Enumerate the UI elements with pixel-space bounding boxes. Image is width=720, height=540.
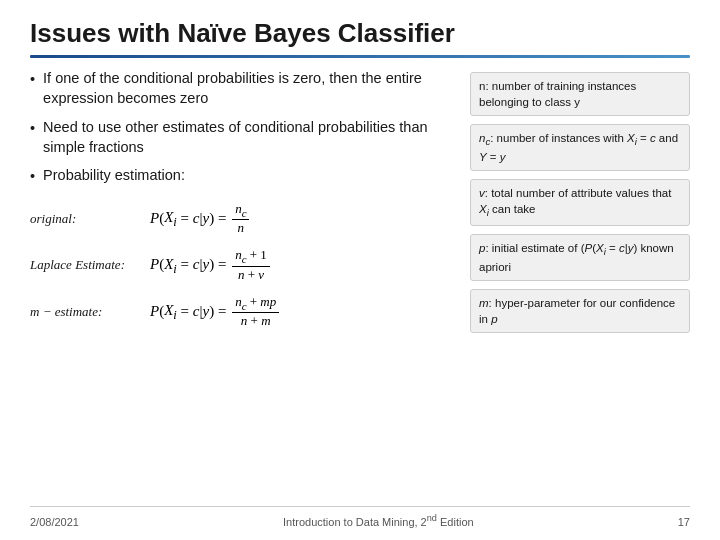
footer-title: Introduction to Data Mining, 2nd Edition [283, 513, 474, 528]
footer-page: 17 [678, 516, 690, 528]
formulas-section: original: P(Xi = c|y) = nc n Laplace Est… [30, 201, 460, 507]
annotation-nc: nc: number of instances with Xi = c and … [470, 124, 690, 171]
bullet-text-1: If one of the conditional probabilities … [43, 68, 460, 109]
formula-expr-m-estimate: P(Xi = c|y) = nc + mp n + m [150, 294, 281, 331]
formula-row-m-estimate: m − estimate: P(Xi = c|y) = nc + mp n + … [30, 294, 460, 331]
bullet-item-1: • If one of the conditional probabilitie… [30, 68, 460, 109]
bullet-marker-1: • [30, 69, 35, 89]
title-underline [30, 55, 690, 58]
annotation-nc-text: nc: number of instances with Xi = c and … [479, 132, 678, 163]
footer-date: 2/08/2021 [30, 516, 79, 528]
formula-label-m-estimate: m − estimate: [30, 304, 150, 320]
bullet-item-3: • Probability estimation: [30, 165, 460, 186]
formula-row-laplace: Laplace Estimate: P(Xi = c|y) = nc + 1 n… [30, 247, 460, 284]
annotation-m: m: hyper-parameter for our confidence in… [470, 289, 690, 333]
annotation-n-text: n: number of training instances belongin… [479, 80, 636, 108]
formula-row-original: original: P(Xi = c|y) = nc n [30, 201, 460, 238]
annotation-m-text: m: hyper-parameter for our confidence in… [479, 297, 675, 325]
annotation-p-text: p: initial estimate of (P(Xi = c|y) know… [479, 242, 674, 273]
right-column: n: number of training instances belongin… [460, 68, 690, 506]
annotation-p: p: initial estimate of (P(Xi = c|y) know… [470, 234, 690, 281]
formula-label-original: original: [30, 211, 150, 227]
formula-label-laplace: Laplace Estimate: [30, 257, 150, 273]
slide-footer: 2/08/2021 Introduction to Data Mining, 2… [30, 506, 690, 528]
bullet-marker-2: • [30, 118, 35, 138]
annotation-v-text: v: total number of attribute values that… [479, 187, 671, 215]
bullet-text-2: Need to use other estimates of condition… [43, 117, 460, 158]
formula-expr-laplace: P(Xi = c|y) = nc + 1 n + v [150, 247, 272, 284]
content-area: • If one of the conditional probabilitie… [30, 68, 690, 506]
slide-title: Issues with Naïve Bayes Classifier [30, 18, 690, 49]
left-column: • If one of the conditional probabilitie… [30, 68, 460, 506]
formula-expr-original: P(Xi = c|y) = nc n [150, 201, 251, 238]
annotation-n: n: number of training instances belongin… [470, 72, 690, 116]
bullet-marker-3: • [30, 166, 35, 186]
annotation-v: v: total number of attribute values that… [470, 179, 690, 226]
slide: Issues with Naïve Bayes Classifier • If … [0, 0, 720, 540]
bullet-text-3: Probability estimation: [43, 165, 460, 185]
bullet-item-2: • Need to use other estimates of conditi… [30, 117, 460, 158]
